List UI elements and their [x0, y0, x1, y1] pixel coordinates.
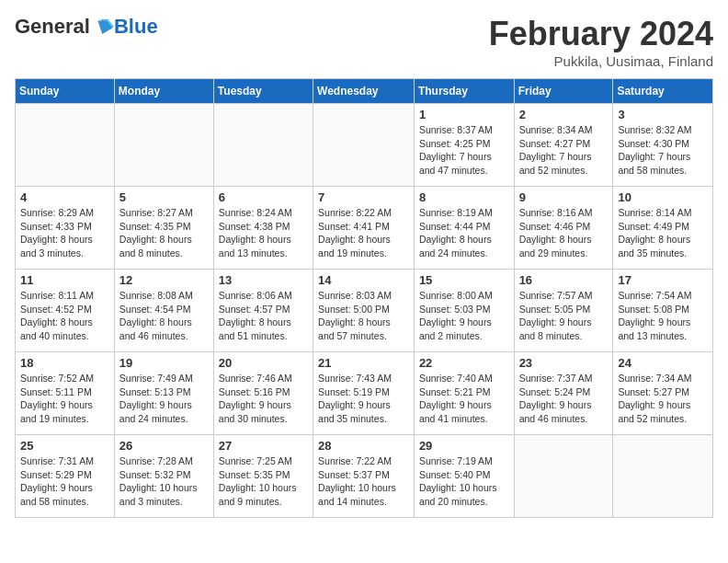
week-row-0: 1Sunrise: 8:37 AM Sunset: 4:25 PM Daylig…	[16, 104, 713, 187]
day-info: Sunrise: 7:43 AM Sunset: 5:19 PM Dayligh…	[318, 372, 409, 426]
calendar-cell: 4Sunrise: 8:29 AM Sunset: 4:33 PM Daylig…	[16, 187, 115, 270]
weekday-header-row: SundayMondayTuesdayWednesdayThursdayFrid…	[16, 79, 713, 104]
location-subtitle: Pukkila, Uusimaa, Finland	[489, 53, 713, 69]
calendar-cell: 28Sunrise: 7:22 AM Sunset: 5:37 PM Dayli…	[313, 435, 415, 518]
day-info: Sunrise: 7:34 AM Sunset: 5:27 PM Dayligh…	[618, 372, 708, 426]
logo-blue-text: Blue	[114, 15, 158, 39]
calendar-cell	[16, 104, 115, 187]
calendar-cell: 8Sunrise: 8:19 AM Sunset: 4:44 PM Daylig…	[414, 187, 514, 270]
day-number: 20	[219, 356, 308, 370]
month-year-title: February 2024	[489, 15, 713, 53]
day-info: Sunrise: 8:24 AM Sunset: 4:38 PM Dayligh…	[219, 206, 308, 260]
day-number: 5	[119, 190, 209, 204]
calendar-cell: 9Sunrise: 8:16 AM Sunset: 4:46 PM Daylig…	[514, 187, 613, 270]
day-number: 25	[20, 439, 109, 453]
day-number: 26	[119, 439, 209, 453]
day-info: Sunrise: 7:22 AM Sunset: 5:37 PM Dayligh…	[318, 454, 409, 509]
day-info: Sunrise: 7:57 AM Sunset: 5:05 PM Dayligh…	[519, 289, 609, 343]
week-row-3: 18Sunrise: 7:52 AM Sunset: 5:11 PM Dayli…	[16, 352, 713, 435]
day-info: Sunrise: 7:49 AM Sunset: 5:13 PM Dayligh…	[119, 372, 209, 426]
day-number: 14	[318, 273, 409, 287]
day-number: 13	[219, 273, 308, 287]
calendar-cell: 14Sunrise: 8:03 AM Sunset: 5:00 PM Dayli…	[313, 270, 415, 352]
calendar-cell: 19Sunrise: 7:49 AM Sunset: 5:13 PM Dayli…	[114, 352, 213, 435]
calendar-cell: 13Sunrise: 8:06 AM Sunset: 4:57 PM Dayli…	[213, 270, 313, 352]
day-number: 18	[20, 356, 109, 370]
weekday-header-sunday: Sunday	[16, 79, 115, 104]
day-info: Sunrise: 7:19 AM Sunset: 5:40 PM Dayligh…	[419, 454, 509, 509]
day-info: Sunrise: 7:40 AM Sunset: 5:21 PM Dayligh…	[419, 372, 509, 426]
calendar-cell	[613, 435, 713, 518]
calendar-cell: 18Sunrise: 7:52 AM Sunset: 5:11 PM Dayli…	[16, 352, 115, 435]
day-info: Sunrise: 8:37 AM Sunset: 4:25 PM Dayligh…	[419, 123, 509, 178]
day-number: 11	[20, 273, 109, 287]
day-number: 27	[219, 439, 308, 453]
calendar-cell: 3Sunrise: 8:32 AM Sunset: 4:30 PM Daylig…	[613, 104, 713, 187]
day-number: 21	[318, 356, 409, 370]
calendar-cell: 20Sunrise: 7:46 AM Sunset: 5:16 PM Dayli…	[213, 352, 313, 435]
day-number: 28	[318, 439, 409, 453]
calendar-cell: 23Sunrise: 7:37 AM Sunset: 5:24 PM Dayli…	[514, 352, 613, 435]
day-info: Sunrise: 7:54 AM Sunset: 5:08 PM Dayligh…	[618, 289, 708, 343]
calendar-cell: 26Sunrise: 7:28 AM Sunset: 5:32 PM Dayli…	[114, 435, 213, 518]
day-info: Sunrise: 7:31 AM Sunset: 5:29 PM Dayligh…	[20, 454, 109, 509]
calendar-cell: 24Sunrise: 7:34 AM Sunset: 5:27 PM Dayli…	[613, 352, 713, 435]
day-number: 1	[419, 108, 509, 121]
day-number: 15	[419, 273, 509, 287]
day-info: Sunrise: 8:11 AM Sunset: 4:52 PM Dayligh…	[20, 289, 109, 343]
calendar-cell	[514, 435, 613, 518]
day-number: 4	[20, 190, 109, 204]
calendar-cell: 29Sunrise: 7:19 AM Sunset: 5:40 PM Dayli…	[414, 435, 514, 518]
day-info: Sunrise: 7:25 AM Sunset: 5:35 PM Dayligh…	[219, 454, 308, 509]
calendar-cell	[213, 104, 313, 187]
calendar-table: SundayMondayTuesdayWednesdayThursdayFrid…	[15, 78, 713, 518]
day-number: 16	[519, 273, 609, 287]
logo-general-text: General	[15, 15, 90, 39]
day-info: Sunrise: 7:28 AM Sunset: 5:32 PM Dayligh…	[119, 454, 209, 509]
day-number: 6	[219, 190, 308, 204]
calendar-cell: 10Sunrise: 8:14 AM Sunset: 4:49 PM Dayli…	[613, 187, 713, 270]
calendar-cell: 17Sunrise: 7:54 AM Sunset: 5:08 PM Dayli…	[613, 270, 713, 352]
title-area: February 2024 Pukkila, Uusimaa, Finland	[489, 15, 713, 69]
day-number: 22	[419, 356, 509, 370]
day-number: 23	[519, 356, 609, 370]
calendar-cell: 27Sunrise: 7:25 AM Sunset: 5:35 PM Dayli…	[213, 435, 313, 518]
day-info: Sunrise: 8:19 AM Sunset: 4:44 PM Dayligh…	[419, 206, 509, 260]
day-info: Sunrise: 8:29 AM Sunset: 4:33 PM Dayligh…	[20, 206, 109, 260]
day-info: Sunrise: 8:16 AM Sunset: 4:46 PM Dayligh…	[519, 206, 609, 260]
week-row-1: 4Sunrise: 8:29 AM Sunset: 4:33 PM Daylig…	[16, 187, 713, 270]
calendar-cell: 22Sunrise: 7:40 AM Sunset: 5:21 PM Dayli…	[414, 352, 514, 435]
calendar-cell: 15Sunrise: 8:00 AM Sunset: 5:03 PM Dayli…	[414, 270, 514, 352]
calendar-cell	[313, 104, 415, 187]
day-number: 29	[419, 439, 509, 453]
day-number: 3	[618, 108, 708, 121]
day-number: 24	[618, 356, 708, 370]
day-info: Sunrise: 8:08 AM Sunset: 4:54 PM Dayligh…	[119, 289, 209, 343]
day-info: Sunrise: 8:14 AM Sunset: 4:49 PM Dayligh…	[618, 206, 708, 260]
day-number: 12	[119, 273, 209, 287]
calendar-cell: 21Sunrise: 7:43 AM Sunset: 5:19 PM Dayli…	[313, 352, 415, 435]
logo-icon	[92, 16, 114, 38]
calendar-cell: 25Sunrise: 7:31 AM Sunset: 5:29 PM Dayli…	[16, 435, 115, 518]
calendar-cell: 1Sunrise: 8:37 AM Sunset: 4:25 PM Daylig…	[414, 104, 514, 187]
week-row-4: 25Sunrise: 7:31 AM Sunset: 5:29 PM Dayli…	[16, 435, 713, 518]
day-info: Sunrise: 7:46 AM Sunset: 5:16 PM Dayligh…	[219, 372, 308, 426]
day-info: Sunrise: 8:22 AM Sunset: 4:41 PM Dayligh…	[318, 206, 409, 260]
calendar-cell: 7Sunrise: 8:22 AM Sunset: 4:41 PM Daylig…	[313, 187, 415, 270]
header: General Blue February 2024 Pukkila, Uusi…	[15, 15, 713, 69]
day-info: Sunrise: 8:06 AM Sunset: 4:57 PM Dayligh…	[219, 289, 308, 343]
day-number: 17	[618, 273, 708, 287]
calendar-cell	[114, 104, 213, 187]
day-info: Sunrise: 8:34 AM Sunset: 4:27 PM Dayligh…	[519, 123, 609, 178]
day-info: Sunrise: 8:32 AM Sunset: 4:30 PM Dayligh…	[618, 123, 708, 178]
day-info: Sunrise: 8:27 AM Sunset: 4:35 PM Dayligh…	[119, 206, 209, 260]
day-number: 9	[519, 190, 609, 204]
weekday-header-tuesday: Tuesday	[213, 79, 313, 104]
calendar-cell: 12Sunrise: 8:08 AM Sunset: 4:54 PM Dayli…	[114, 270, 213, 352]
weekday-header-monday: Monday	[114, 79, 213, 104]
calendar-cell: 5Sunrise: 8:27 AM Sunset: 4:35 PM Daylig…	[114, 187, 213, 270]
day-number: 10	[618, 190, 708, 204]
day-number: 2	[519, 108, 609, 121]
calendar-cell: 11Sunrise: 8:11 AM Sunset: 4:52 PM Dayli…	[16, 270, 115, 352]
day-info: Sunrise: 7:37 AM Sunset: 5:24 PM Dayligh…	[519, 372, 609, 426]
